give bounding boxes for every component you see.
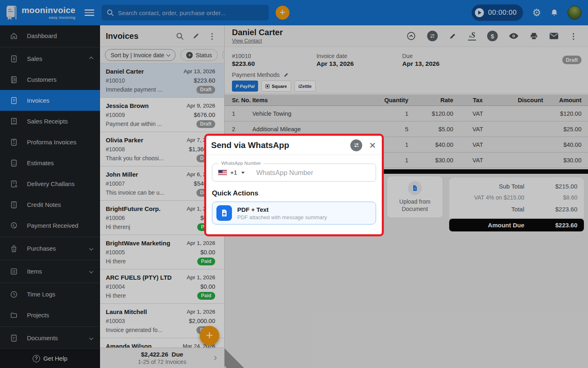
pdf-text-option[interactable]: PDF + Text PDF attached with message sum… xyxy=(212,202,376,224)
close-icon[interactable]: ✕ xyxy=(369,141,376,150)
option-title: PDF + Text xyxy=(237,206,327,214)
modal-tune-icon[interactable] xyxy=(350,139,362,151)
send-via-whatsapp-modal: Send via WhatsApp ✕ WhatsApp Number +1 W… xyxy=(204,134,384,236)
option-subtitle: PDF attached with message summary xyxy=(237,214,327,221)
modal-header: Send via WhatsApp ✕ xyxy=(206,136,382,155)
pdf-document-icon xyxy=(216,205,232,221)
country-code[interactable]: +1 xyxy=(230,169,237,176)
number-placeholder: WhatsApp Number xyxy=(256,169,313,177)
whatsapp-number-input[interactable]: WhatsApp Number +1 WhatsApp Number xyxy=(212,164,376,182)
country-dropdown-caret-icon[interactable] xyxy=(241,172,245,174)
input-floating-label: WhatsApp Number xyxy=(219,161,263,166)
us-flag-icon xyxy=(218,170,227,176)
quick-actions-label: Quick Actions xyxy=(212,189,376,197)
modal-title: Send via WhatsApp xyxy=(211,140,289,150)
